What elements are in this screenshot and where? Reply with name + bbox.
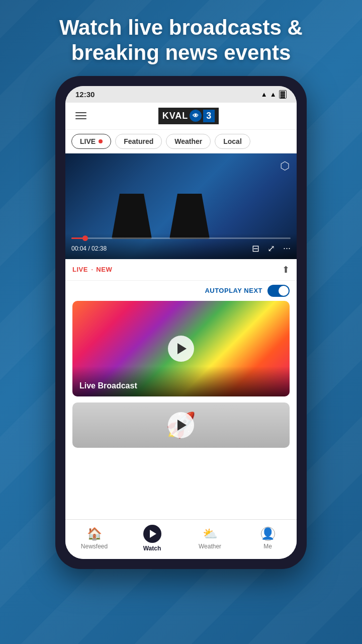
battery-icon: ▓ <box>279 90 287 99</box>
status-icons: ▲ ▲ ▓ <box>261 90 287 99</box>
tab-featured[interactable]: Featured <box>115 134 162 149</box>
hamburger-menu[interactable] <box>73 110 88 121</box>
nav-label-newsfeed: Newsfeed <box>81 543 108 550</box>
toggle-knob <box>279 286 289 296</box>
autoplay-label: AUTOPLAY NEXT <box>205 287 262 294</box>
home-icon: 🏠 <box>87 527 102 541</box>
nav-item-newsfeed[interactable]: 🏠 Newsfeed <box>74 527 115 550</box>
phone-frame: 12:30 ▲ ▲ ▓ KVAL 3 <box>55 76 307 569</box>
play-button-1[interactable] <box>168 336 194 362</box>
nav-label-me: Me <box>263 543 272 550</box>
status-time: 12:30 <box>75 90 95 99</box>
nav-item-weather[interactable]: ⛅ Weather <box>190 527 230 550</box>
more-options-icon[interactable]: ··· <box>283 243 291 254</box>
tab-live-label: LIVE <box>80 137 96 145</box>
video-right-controls: ⊟ ⤢ ··· <box>252 243 291 254</box>
tab-live[interactable]: LIVE <box>71 134 111 149</box>
live-new-badge: LIVE · NEW <box>72 265 112 274</box>
nav-label-weather: Weather <box>199 543 221 550</box>
live-badge-text: LIVE <box>72 266 88 273</box>
tab-bar: LIVE Featured Weather Local <box>65 130 297 153</box>
video-time: 00:04 / 02:38 <box>71 245 107 252</box>
signal-icon: ▲ <box>270 91 277 98</box>
logo-kval: KVAL 3 <box>158 108 219 124</box>
weather-icon: ⛅ <box>203 527 218 541</box>
live-badge-row: LIVE · NEW ⬆ <box>65 259 297 281</box>
tab-local[interactable]: Local <box>215 134 250 149</box>
badge-separator: · <box>91 265 93 274</box>
progress-dot <box>82 235 88 241</box>
top-nav: KVAL 3 <box>65 103 297 130</box>
new-badge-text: NEW <box>96 266 112 273</box>
logo-number: 3 <box>203 110 215 122</box>
tab-local-label: Local <box>223 137 242 145</box>
status-bar: 12:30 ▲ ▲ ▓ <box>65 86 297 103</box>
video-bottom-controls: 00:04 / 02:38 ⊟ ⤢ ··· <box>71 243 291 254</box>
video-card-title-1: Live Broadcast <box>72 366 290 396</box>
video-player[interactable]: ⬡ 00:04 / 02:38 ⊟ ⤢ ··· <box>65 153 297 259</box>
autoplay-toggle[interactable] <box>267 285 290 297</box>
share-icon[interactable]: ⬆ <box>282 264 290 275</box>
logo-container: KVAL 3 <box>88 108 289 124</box>
autoplay-row: AUTOPLAY NEXT <box>65 281 297 301</box>
cast-icon[interactable]: ⬡ <box>280 159 290 173</box>
video-card-1[interactable]: Live Broadcast <box>72 301 290 396</box>
video-controls: 00:04 / 02:38 ⊟ ⤢ ··· <box>65 233 297 259</box>
bottom-nav: 🏠 Newsfeed Watch ⛅ Weather 👤 Me <box>65 519 297 559</box>
fullscreen-icon[interactable]: ⤢ <box>267 243 275 254</box>
captions-icon[interactable]: ⊟ <box>252 243 259 254</box>
logo-kval-text: KVAL <box>162 111 189 121</box>
phone-screen: 12:30 ▲ ▲ ▓ KVAL 3 <box>65 86 297 559</box>
content-area: LIVE · NEW ⬆ AUTOPLAY NEXT Live Broa <box>65 259 297 519</box>
progress-fill <box>71 237 82 239</box>
video-card-2[interactable]: 🚀 <box>72 403 290 448</box>
play-button-2[interactable] <box>168 412 194 438</box>
play-triangle-icon-1 <box>177 343 187 354</box>
nav-item-watch[interactable]: Watch <box>132 525 172 552</box>
play-triangle-icon-2 <box>177 420 187 431</box>
tab-featured-label: Featured <box>124 137 153 145</box>
nav-label-watch: Watch <box>143 545 161 552</box>
wifi-icon: ▲ <box>261 91 267 98</box>
tab-weather[interactable]: Weather <box>166 134 211 149</box>
live-dot-icon <box>99 139 103 143</box>
hero-section: Watch live broadcasts & breaking news ev… <box>0 0 362 76</box>
logo-eye-icon <box>190 110 202 122</box>
me-icon: 👤 <box>261 527 275 541</box>
progress-bar[interactable] <box>71 237 291 239</box>
watch-circle <box>143 525 161 543</box>
watch-play-icon <box>150 530 156 538</box>
nav-item-me[interactable]: 👤 Me <box>248 527 288 550</box>
hero-title: Watch live broadcasts & breaking news ev… <box>30 15 332 66</box>
tab-weather-label: Weather <box>174 137 202 145</box>
